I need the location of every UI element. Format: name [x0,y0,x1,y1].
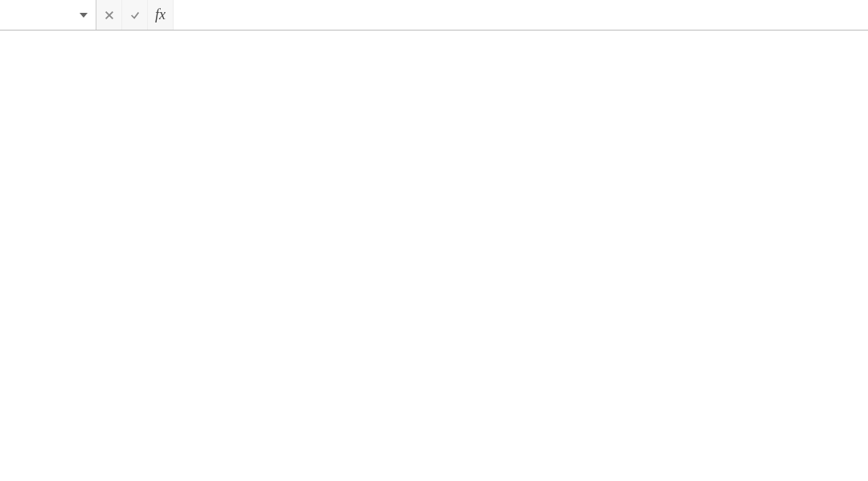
confirm-button[interactable] [122,0,148,30]
name-box[interactable] [0,0,96,30]
check-icon [129,10,141,21]
fx-button[interactable]: fx [148,0,174,30]
formula-bar: fx [0,0,868,31]
x-icon [104,10,115,21]
cancel-button[interactable] [96,0,122,30]
formula-input[interactable] [174,0,868,30]
name-box-dropdown-icon[interactable] [80,13,88,18]
